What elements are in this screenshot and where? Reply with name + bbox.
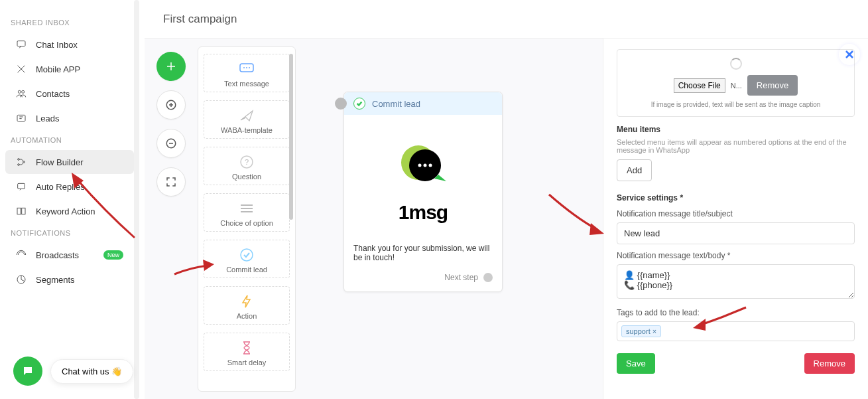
svg-point-4 [18, 159, 20, 161]
palette-waba-template[interactable]: WABA-template [204, 100, 290, 139]
check-icon [353, 98, 365, 110]
svg-rect-3 [17, 115, 25, 121]
add-button[interactable] [156, 52, 186, 81]
palette-choice[interactable]: Choice of option [204, 193, 290, 232]
svg-point-23 [424, 164, 427, 167]
zoom-out-button[interactable] [156, 129, 186, 158]
palette-text-message[interactable]: Text message [204, 54, 290, 92]
image-caption-hint: If image is provided, text will be sent … [625, 101, 846, 108]
remove-image-button[interactable]: Remove [747, 75, 798, 96]
svg-marker-28 [693, 319, 706, 331]
broadcast-icon [16, 250, 27, 260]
chat-widget[interactable]: Chat with us 👋 [13, 357, 133, 386]
properties-panel: Choose File N... Remove If image is prov… [603, 39, 868, 399]
palette-question[interactable]: ?Question [204, 147, 290, 185]
page-title: First campaign [145, 0, 868, 39]
svg-marker-26 [203, 260, 214, 271]
node-body-text: Thank you for your submission, we will b… [353, 244, 493, 262]
output-port[interactable] [483, 273, 493, 282]
service-settings-title: Service settings * [617, 193, 855, 202]
notif-title-input[interactable] [617, 222, 855, 244]
annotation-arrow [546, 191, 605, 240]
segments-icon [16, 274, 27, 285]
nav-chat-inbox[interactable]: Chat Inbox [5, 33, 134, 56]
nav-leads[interactable]: Leads [5, 106, 134, 130]
svg-rect-8 [17, 208, 21, 214]
chat-icon [16, 39, 27, 50]
palette-action[interactable]: Action [204, 286, 290, 325]
notif-title-label: Notification message title/subject [617, 209, 855, 218]
spinner-icon [730, 58, 742, 70]
svg-point-14 [243, 67, 245, 68]
zoom-in-button[interactable] [156, 90, 186, 120]
svg-point-22 [418, 164, 422, 167]
nav-flow-builder[interactable]: Flow Builder [5, 150, 134, 174]
canvas: First campaign Text message WABA-templat… [145, 0, 868, 399]
tag-support[interactable]: support × [621, 325, 661, 337]
node-image: 1msg [353, 127, 493, 240]
badge-new: New [103, 250, 123, 260]
palette-smart-delay[interactable]: Smart delay [204, 333, 290, 371]
nav-broadcasts[interactable]: BroadcastsNew [5, 243, 134, 267]
svg-point-16 [249, 67, 250, 68]
svg-text:?: ? [245, 158, 249, 166]
node-title: Commit lead [372, 99, 420, 109]
svg-marker-27 [589, 223, 604, 235]
scrollbar[interactable] [289, 54, 293, 220]
close-button[interactable] [839, 44, 860, 65]
annotation-arrow [171, 258, 217, 280]
annotation-arrow [65, 171, 138, 240]
chat-pill[interactable]: Chat with us 👋 [50, 359, 133, 384]
svg-point-19 [241, 249, 253, 261]
nav-segments[interactable]: Segments [5, 268, 134, 291]
add-menu-item-button[interactable]: Add [617, 159, 652, 181]
flow-icon [16, 157, 27, 167]
svg-rect-9 [22, 208, 25, 214]
svg-point-1 [18, 90, 21, 93]
notif-body-input[interactable]: 👤 {{name}} 📞 {{phone}} [617, 264, 855, 299]
save-button[interactable]: Save [617, 353, 655, 374]
svg-point-5 [18, 164, 20, 166]
image-upload-box: Choose File N... Remove If image is prov… [617, 49, 855, 117]
remove-button[interactable]: Remove [804, 353, 855, 374]
flow-node-commit-lead[interactable]: Commit lead 1msg Thank you for your subm… [343, 92, 503, 292]
menu-items-hint: Selected menu items will appear as numbe… [617, 138, 855, 154]
svg-rect-0 [17, 41, 25, 46]
contacts-icon [16, 88, 27, 99]
keyword-icon [16, 206, 27, 216]
svg-point-6 [23, 161, 25, 163]
nav-mobile-app[interactable]: Mobile APP [5, 57, 134, 81]
mobile-icon [16, 64, 27, 74]
leads-icon [16, 113, 27, 123]
svg-rect-7 [18, 183, 25, 189]
reply-icon [16, 181, 27, 192]
node-next-step[interactable]: Next step [344, 266, 502, 291]
annotation-arrow [690, 304, 749, 333]
file-name: N... [731, 82, 742, 90]
notif-body-label: Notification message text/body * [617, 251, 855, 260]
section-shared-inbox: SHARED INBOX [0, 13, 139, 32]
input-port[interactable] [335, 98, 347, 110]
svg-point-24 [429, 164, 432, 167]
nav-contacts[interactable]: Contacts [5, 82, 134, 106]
menu-items-title: Menu items [617, 125, 855, 134]
svg-point-2 [22, 90, 25, 93]
chat-fab[interactable] [13, 357, 42, 386]
step-palette: Text message WABA-template ?Question Cho… [198, 46, 296, 392]
fullscreen-button[interactable] [156, 167, 186, 197]
choose-file-button[interactable]: Choose File [674, 78, 725, 93]
section-automation: AUTOMATION [0, 131, 139, 149]
svg-point-15 [246, 67, 247, 68]
